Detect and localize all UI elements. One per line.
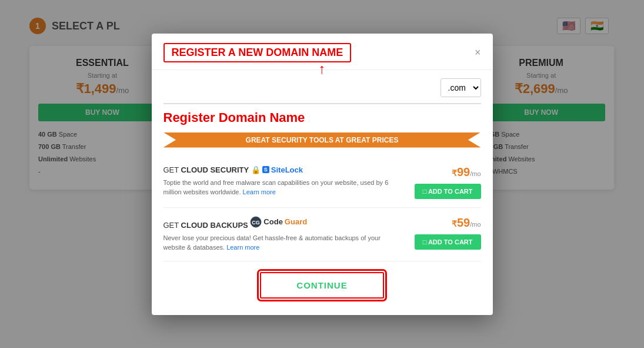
- product-desc-codeguard: Never lose your precious data! Get hassl…: [163, 233, 393, 253]
- product-desc-sitelock: Toptie the world and free malware scan c…: [163, 178, 393, 197]
- sitelock-learn-more[interactable]: Learn more: [243, 188, 276, 195]
- codeguard-add-to-cart-button[interactable]: □ ADD TO CART: [415, 234, 481, 250]
- codeguard-guard-text: Guard: [285, 217, 307, 226]
- codeguard-code-text: Code: [263, 217, 283, 226]
- product-action-sitelock: ₹99/mo □ ADD TO CART: [405, 165, 481, 199]
- sitelock-price: ₹99/mo: [452, 165, 481, 179]
- modal-close-button[interactable]: ×: [475, 47, 481, 58]
- modal-dialog: REGISTER A NEW DOMAIN NAME × ↑ .com .net…: [152, 34, 493, 315]
- sitelock-logo: 🔒 S SiteLock: [251, 165, 303, 174]
- continue-area: CONTINUE: [163, 261, 481, 303]
- product-title-codeguard: GET CLOUD BACKUPS CG CodeGuard: [163, 216, 393, 230]
- codeguard-price: ₹59/mo: [452, 216, 481, 230]
- codeguard-icon: CG: [250, 216, 262, 228]
- register-domain-label: Register Domain Name: [163, 110, 481, 125]
- svg-text:CG: CG: [252, 220, 261, 226]
- product-info-sitelock: GET CLOUD SECURITY 🔒 S SiteLock Toptie t…: [163, 165, 405, 197]
- product-info-codeguard: GET CLOUD BACKUPS CG CodeGuard Never los…: [163, 216, 405, 253]
- arrow-annotation: ↑: [319, 61, 326, 77]
- sitelock-add-to-cart-button[interactable]: □ ADD TO CART: [415, 184, 481, 199]
- product-action-codeguard: ₹59/mo □ ADD TO CART: [405, 216, 481, 250]
- product-title-sitelock: GET CLOUD SECURITY 🔒 S SiteLock: [163, 165, 393, 174]
- modal-title: REGISTER A NEW DOMAIN NAME: [163, 43, 352, 62]
- modal-body: ↑ .com .net .org .in Register Domain Nam…: [152, 78, 493, 315]
- promo-banner: GREAT SECURITY TOOLS AT GREAT PRICES: [163, 132, 481, 148]
- product-row-sitelock: GET CLOUD SECURITY 🔒 S SiteLock Toptie t…: [163, 157, 481, 208]
- sitelock-icon: S: [262, 166, 269, 173]
- domain-tld-select[interactable]: .com .net .org .in: [441, 78, 481, 97]
- codeguard-learn-more[interactable]: Learn more: [226, 244, 259, 251]
- continue-button[interactable]: CONTINUE: [260, 272, 383, 299]
- domain-input-row: ↑ .com .net .org .in: [163, 78, 481, 104]
- codeguard-logo: CG CodeGuard: [250, 216, 307, 228]
- modal-overlay: REGISTER A NEW DOMAIN NAME × ↑ .com .net…: [0, 0, 644, 348]
- domain-input[interactable]: [163, 79, 441, 96]
- sitelock-text: SiteLock: [271, 165, 303, 174]
- product-row-codeguard: GET CLOUD BACKUPS CG CodeGuard Never los…: [163, 208, 481, 261]
